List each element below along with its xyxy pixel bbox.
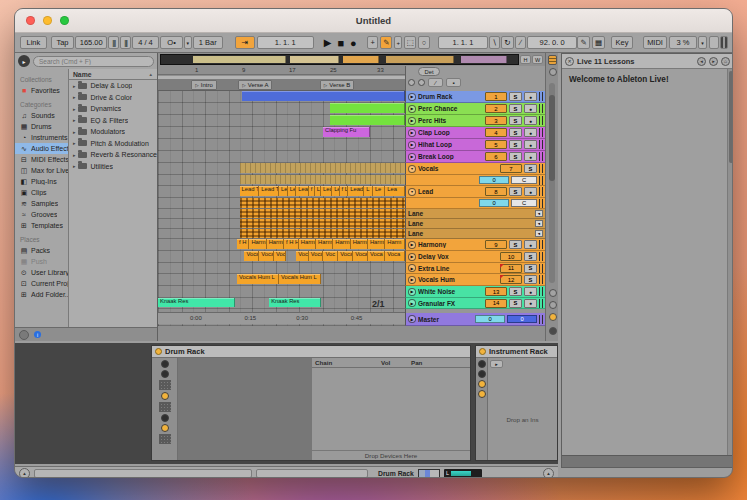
clip-lane[interactable]	[158, 115, 405, 127]
midi-overdub-button[interactable]: +	[367, 36, 379, 49]
beat-time-ruler[interactable]: 19172533	[158, 66, 405, 75]
track-fold-icon[interactable]: ▶	[408, 299, 416, 307]
track-fold-icon[interactable]: ▶	[408, 93, 416, 101]
solo-button[interactable]: S	[509, 116, 522, 125]
arrangement-clip[interactable]: Le	[373, 186, 385, 196]
track-header[interactable]: ▶Vocals Hum12S	[405, 274, 545, 286]
list-item-modulators[interactable]: ▸Modulators	[69, 126, 157, 138]
expand-icon[interactable]: ▸	[73, 106, 76, 112]
sidebar-item-instruments[interactable]: ◔Instruments	[15, 132, 68, 143]
arrangement-clip[interactable]: Harm	[249, 239, 266, 249]
sidebar-item-plug-ins[interactable]: ◧Plug-Ins	[15, 176, 68, 187]
track-header[interactable]: ▶Break Loop6S●	[405, 151, 545, 163]
clip-lane[interactable]: f H HaHarmHarmf H HaHarmHarmHarmHarmHarm…	[158, 239, 405, 251]
sidebar-item-sounds[interactable]: ♫Sounds	[15, 110, 68, 121]
sidebar-item-templates[interactable]: ⊞Templates	[15, 220, 68, 231]
track-header[interactable]: ▶Drum Rack1S●	[405, 91, 545, 103]
list-item-pitch-modulation[interactable]: ▸Pitch & Modulation	[69, 138, 157, 150]
sidebar-item-favorites[interactable]: ■Favorites	[15, 85, 68, 96]
track-fold-icon[interactable]: ▶	[408, 141, 416, 149]
arrangement-clip[interactable]: Lea	[321, 186, 332, 196]
arrangement-clip[interactable]: Harm	[385, 239, 405, 249]
stop-clip-icon[interactable]	[408, 79, 415, 86]
device-thumbnail[interactable]	[418, 469, 440, 478]
det-button[interactable]: Det	[418, 67, 440, 76]
track-play-icon[interactable]: ▶	[408, 315, 416, 323]
arrangement-clip[interactable]: Voca	[368, 251, 385, 261]
track-header[interactable]: Lane◂	[405, 209, 545, 219]
loop-toggle[interactable]: ↻	[501, 36, 515, 49]
chain-list-icon[interactable]	[478, 380, 486, 388]
solo-button[interactable]: S	[509, 92, 522, 101]
list-item-reverb-resonance[interactable]: ▸Reverb & Resonance	[69, 149, 157, 161]
sidebar-item-samples[interactable]: ≋Samples	[15, 198, 68, 209]
expand-icon[interactable]: ▸	[73, 152, 76, 158]
sidebar-item-clips[interactable]: ▣Clips	[15, 187, 68, 198]
mixer-toggle-icon[interactable]	[549, 313, 557, 321]
track-number[interactable]: 7	[500, 164, 522, 173]
arrangement-clip[interactable]: Lead	[348, 186, 364, 196]
solo-button[interactable]: S	[509, 128, 522, 137]
track-number[interactable]: 12	[500, 275, 522, 284]
solo-button[interactable]: S	[509, 140, 522, 149]
arrangement-clip[interactable]: Le	[332, 186, 339, 196]
arrangement-clip[interactable]	[242, 91, 405, 101]
lock-envelopes-icon[interactable]: ▪	[446, 78, 461, 87]
track-header[interactable]: ▾Lead8S●	[405, 186, 545, 198]
track-number[interactable]: 1	[485, 92, 507, 101]
track-fold-icon[interactable]: ▶	[408, 129, 416, 137]
track-header[interactable]: Lane◂	[405, 229, 545, 239]
arrangement-clip[interactable]: Harm	[299, 239, 316, 249]
sidebar-item-user-library[interactable]: ⊙User Library	[15, 267, 68, 278]
follow-button[interactable]: ⇥	[235, 36, 255, 49]
sidebar-item-packs[interactable]: ▤Packs	[15, 245, 68, 256]
arm-button[interactable]: ●	[524, 299, 537, 308]
track-header[interactable]: ▶Delay Vox10S	[405, 251, 545, 263]
capture-midi-button[interactable]: ⬚	[404, 36, 416, 49]
arrangement-clip[interactable]: Le	[279, 186, 288, 196]
expand-icon[interactable]: ▸	[73, 129, 76, 135]
chain-view-icon[interactable]	[478, 370, 486, 378]
solo-button[interactable]: S	[524, 264, 537, 273]
audio-waveform[interactable]	[240, 229, 405, 238]
info-icon[interactable]: i	[34, 331, 41, 338]
solo-button[interactable]: S	[524, 164, 537, 173]
track-number[interactable]: 3	[485, 116, 507, 125]
key-map-button[interactable]: Key	[611, 36, 633, 49]
list-item-utilities[interactable]: ▸Utilities	[69, 161, 157, 173]
sidebar-item-current-project[interactable]: ⊡Current Project	[15, 278, 68, 289]
clip-lane[interactable]	[158, 91, 405, 103]
titlebar[interactable]: Untitled	[15, 9, 732, 33]
play-clip-icon[interactable]	[418, 79, 425, 86]
solo-button[interactable]: S	[524, 275, 537, 284]
track-number[interactable]: 9	[485, 240, 507, 249]
lesson-back-icon[interactable]: ◂	[697, 57, 706, 66]
device-view-icon[interactable]	[478, 390, 486, 398]
expand-icon[interactable]: ▸	[73, 94, 76, 100]
locator-verse-b[interactable]: ▷Verse B	[320, 80, 354, 90]
draw-mode-button[interactable]: ✎	[577, 36, 590, 49]
punch-out-button[interactable]: ∕	[515, 36, 526, 49]
arm-button[interactable]: ●	[524, 116, 537, 125]
arm-button[interactable]: ●	[524, 240, 537, 249]
track-header[interactable]: Lane◂	[405, 219, 545, 229]
lane-audition-icon[interactable]: ◂	[535, 210, 543, 217]
track-number[interactable]: 5	[485, 140, 507, 149]
loop-start-field[interactable]: 1. 1. 1	[438, 36, 488, 49]
sort-arrow-icon[interactable]: ▲	[149, 72, 153, 77]
track-fold-icon[interactable]: ▶	[408, 288, 416, 296]
solo-button[interactable]: S	[509, 240, 522, 249]
crossfader-toggle-icon[interactable]	[549, 327, 557, 335]
clip-lane[interactable]	[158, 163, 405, 175]
automation-arm-button[interactable]: ✎	[380, 36, 392, 49]
arrangement-clip[interactable]: f H Ha	[237, 239, 249, 249]
close-help-icon[interactable]: ✕	[565, 57, 574, 66]
session-record-button[interactable]: ○	[418, 36, 430, 49]
arm-button[interactable]: ●	[524, 140, 537, 149]
arrangement-clip[interactable]: Voca	[338, 251, 353, 261]
track-header[interactable]: 0C	[405, 198, 545, 209]
clip-lane[interactable]	[158, 219, 405, 229]
arrangement-clip[interactable]	[330, 103, 405, 113]
track-header[interactable]: ▶Master00	[405, 313, 545, 326]
track-fold-icon[interactable]: ▶	[408, 276, 416, 284]
